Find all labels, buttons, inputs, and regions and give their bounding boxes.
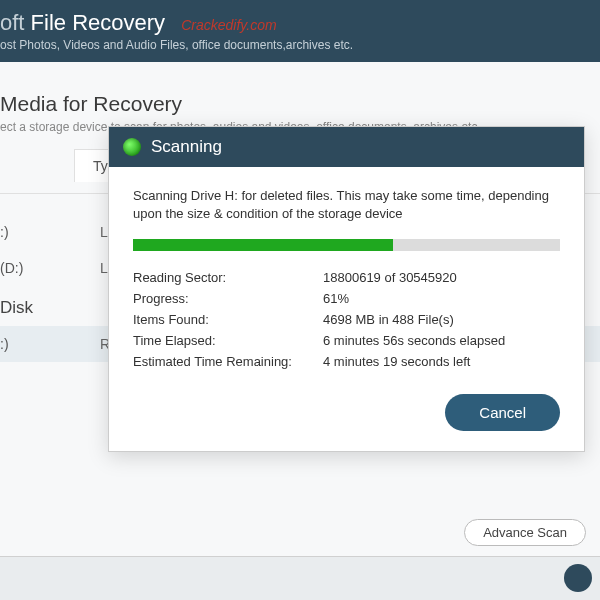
cancel-button[interactable]: Cancel [445, 394, 560, 431]
progress-fill [133, 239, 393, 251]
stat-value: 4 minutes 19 seconds left [323, 354, 470, 369]
stat-row-progress: Progress: 61% [133, 288, 560, 309]
drive-name: :) [0, 336, 100, 352]
dialog-body: Scanning Drive H: for deleted files. Thi… [109, 167, 584, 390]
scan-message: Scanning Drive H: for deleted files. Thi… [133, 187, 560, 223]
stat-label: Items Found: [133, 312, 323, 327]
stat-value: 18800619 of 30545920 [323, 270, 457, 285]
stat-row-elapsed: Time Elapsed: 6 minutes 56s seconds elap… [133, 330, 560, 351]
stat-row-items: Items Found: 4698 MB in 488 File(s) [133, 309, 560, 330]
stat-label: Reading Sector: [133, 270, 323, 285]
status-orb-icon [123, 138, 141, 156]
stat-value: 4698 MB in 488 File(s) [323, 312, 454, 327]
drive-name: (D:) [0, 260, 100, 276]
stat-label: Estimated Time Remaining: [133, 354, 323, 369]
stat-row-sector: Reading Sector: 18800619 of 30545920 [133, 267, 560, 288]
header-subtitle: ost Photos, Videos and Audio Files, offi… [0, 38, 600, 52]
scan-stats: Reading Sector: 18800619 of 30545920 Pro… [133, 267, 560, 372]
footer-bar [0, 556, 600, 600]
app-title: oft File Recovery Crackedify.com [0, 10, 600, 36]
dialog-title: Scanning [151, 137, 222, 157]
scanning-dialog: Scanning Scanning Drive H: for deleted f… [108, 126, 585, 452]
stat-label: Time Elapsed: [133, 333, 323, 348]
advance-scan-button[interactable]: Advance Scan [464, 519, 586, 546]
dialog-header: Scanning [109, 127, 584, 167]
stat-row-remaining: Estimated Time Remaining: 4 minutes 19 s… [133, 351, 560, 372]
page-title: Media for Recovery [0, 92, 600, 116]
stat-value: 6 minutes 56s seconds elapsed [323, 333, 505, 348]
title-main: File Recovery [31, 10, 165, 35]
app-header: oft File Recovery Crackedify.com ost Pho… [0, 0, 600, 62]
dialog-footer: Cancel [109, 390, 584, 451]
stat-value: 61% [323, 291, 349, 306]
drive-name: :) [0, 224, 100, 240]
watermark-text: Crackedify.com [181, 17, 276, 33]
footer-orb-icon [564, 564, 592, 592]
title-prefix: oft [0, 10, 24, 35]
progress-bar [133, 239, 560, 251]
stat-label: Progress: [133, 291, 323, 306]
